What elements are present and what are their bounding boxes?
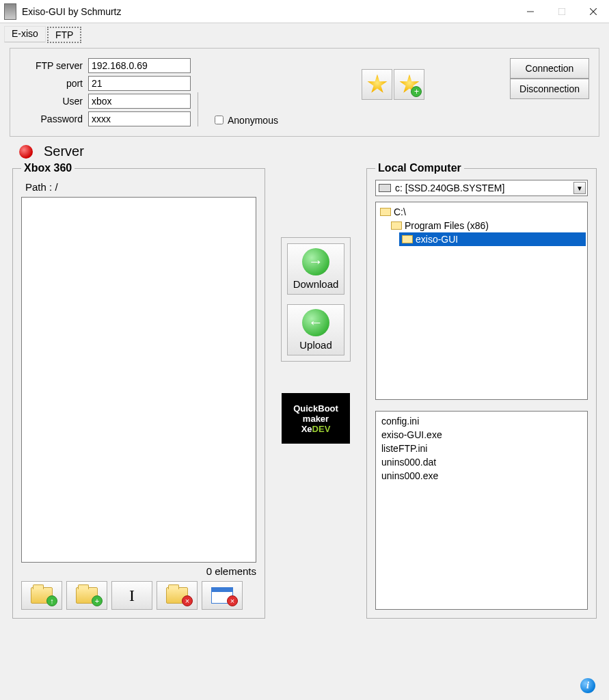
chevron-down-icon: ▼ — [573, 182, 586, 194]
download-button[interactable]: → Download — [287, 243, 344, 295]
folder-icon — [402, 235, 413, 243]
plus-badge-icon: + — [411, 86, 422, 97]
tree-item-label: C:\ — [394, 206, 406, 217]
disconnection-button[interactable]: Disconnection — [510, 79, 589, 99]
window-title: Exiso-GUI by Schmurtz — [22, 6, 121, 17]
tab-strip: E-xiso FTP — [0, 23, 609, 42]
upload-button[interactable]: ← Upload — [287, 304, 344, 355]
xbox-file-list[interactable] — [21, 197, 256, 563]
upload-label: Upload — [299, 339, 332, 351]
label-ftp-password: Password — [20, 113, 88, 124]
file-list[interactable]: config.iniexiso-GUI.exelisteFTP.iniunins… — [375, 411, 588, 610]
drive-select-value: c: [SSD.240GB.SYSTEM] — [395, 183, 504, 193]
file-item[interactable]: unins000.exe — [381, 470, 582, 484]
ftp-server-input[interactable] — [88, 58, 191, 73]
favorite-button[interactable] — [362, 69, 392, 100]
tree-item[interactable]: exiso-GUI — [399, 232, 586, 246]
file-item[interactable]: config.ini — [381, 416, 582, 429]
tree-item[interactable]: Program Files (x86) — [388, 219, 586, 232]
server-status-label: Server — [44, 144, 84, 159]
ftp-panel: FTP server port User Password Anonymous — [10, 48, 599, 137]
folder-icon — [391, 221, 402, 230]
arrow-up-badge-icon: ↑ — [46, 595, 57, 606]
xbox-rename-button[interactable]: I — [111, 581, 152, 610]
x-badge-icon: × — [227, 595, 238, 606]
quickboot-maker-button[interactable]: QuickBoot maker XeDEV — [282, 393, 350, 444]
tree-item-label: exiso-GUI — [416, 234, 458, 245]
xbox-group: Xbox 360 Path : / 0 elements ↑ + I — [12, 162, 265, 619]
transfer-column: → Download ← Upload QuickBoot maker XeDE… — [275, 162, 357, 619]
xbox-path-label: Path : — [25, 181, 52, 193]
title-bar: Exiso-GUI by Schmurtz — [0, 0, 609, 23]
label-ftp-user: User — [20, 96, 88, 107]
drive-select[interactable]: c: [SSD.240GB.SYSTEM] ▼ — [375, 180, 588, 196]
folder-icon — [380, 208, 391, 216]
local-group: Local Computer c: [SSD.240GB.SYSTEM] ▼ C… — [366, 162, 597, 619]
favorite-add-button[interactable]: + — [394, 69, 424, 100]
xbox-path-value: / — [55, 181, 57, 193]
download-label: Download — [293, 278, 339, 290]
server-status-icon — [19, 145, 33, 159]
file-item[interactable]: listeFTP.ini — [381, 443, 582, 457]
label-ftp-port: port — [20, 78, 88, 89]
plus-badge-icon: + — [92, 595, 103, 606]
maximize-button[interactable] — [546, 1, 578, 22]
local-group-title: Local Computer — [375, 162, 464, 174]
ibeam-icon: I — [129, 587, 135, 605]
ftp-port-input[interactable] — [88, 76, 191, 91]
tab-exiso[interactable]: E-xiso — [4, 26, 46, 42]
x-badge-icon: × — [182, 595, 193, 606]
xbox-elements-count: 0 elements — [21, 565, 256, 577]
anonymous-checkbox[interactable] — [215, 116, 224, 124]
xbox-delete-folder-button[interactable]: × — [157, 581, 198, 610]
xbox-new-folder-button[interactable]: + — [66, 581, 107, 610]
xbox-group-title: Xbox 360 — [21, 162, 75, 174]
connection-button[interactable]: Connection — [510, 58, 589, 79]
label-ftp-server: FTP server — [20, 60, 88, 71]
server-status-row: Server — [19, 144, 609, 159]
anonymous-label: Anonymous — [228, 115, 278, 126]
xbox-folder-up-button[interactable]: ↑ — [21, 581, 62, 610]
arrow-right-icon: → — [302, 248, 329, 275]
app-icon — [4, 3, 16, 20]
ftp-user-input[interactable] — [88, 94, 191, 109]
ftp-password-input[interactable] — [88, 111, 191, 126]
svg-rect-1 — [558, 8, 565, 15]
tree-item[interactable]: C:\ — [377, 205, 586, 219]
file-item[interactable]: exiso-GUI.exe — [381, 429, 582, 443]
info-icon[interactable]: i — [580, 678, 595, 693]
tree-item-label: Program Files (x86) — [405, 220, 489, 231]
tab-ftp[interactable]: FTP — [47, 27, 81, 43]
arrow-left-icon: ← — [302, 309, 329, 336]
close-button[interactable] — [578, 1, 609, 22]
star-icon — [367, 75, 388, 95]
minimize-button[interactable] — [515, 1, 546, 22]
file-item[interactable]: unins000.dat — [381, 457, 582, 470]
drive-icon — [379, 184, 391, 192]
xbox-close-window-button[interactable]: × — [202, 581, 243, 610]
folder-tree[interactable]: C:\Program Files (x86)exiso-GUI — [375, 202, 588, 400]
